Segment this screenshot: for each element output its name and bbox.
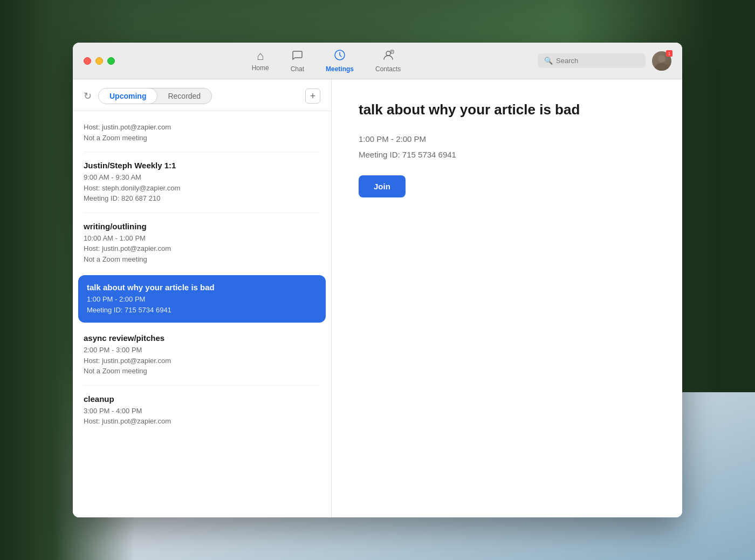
add-meeting-button[interactable]: + (305, 88, 320, 104)
meeting-time: 3:00 PM - 4:00 PM (84, 406, 320, 416)
tab-contacts[interactable]: Contacts (375, 49, 401, 73)
svg-point-1 (386, 51, 390, 56)
maximize-button[interactable] (107, 57, 115, 65)
detail-panel: talk about why your article is bad 1:00 … (332, 79, 682, 517)
list-item[interactable]: writing/outlining 10:00 AM - 1:00 PM Hos… (73, 215, 331, 271)
meeting-time: 2:00 PM - 3:00 PM (84, 345, 320, 356)
search-input[interactable] (556, 57, 639, 65)
meeting-title: talk about why your article is bad (87, 283, 317, 292)
avatar-badge: 1 (666, 50, 672, 57)
meeting-id: Meeting ID: 820 687 210 (84, 193, 320, 204)
list-item[interactable]: Justin/Steph Weekly 1:1 9:00 AM - 9:30 A… (73, 154, 331, 210)
meeting-host: Host: justin.pot@zapier.com (84, 243, 320, 254)
meeting-time: 1:00 PM - 2:00 PM (87, 294, 317, 305)
list-item-selected[interactable]: talk about why your article is bad 1:00 … (78, 275, 326, 323)
meeting-time: 10:00 AM - 1:00 PM (84, 233, 320, 244)
join-button[interactable]: Join (359, 175, 406, 197)
divider (84, 213, 320, 213)
traffic-lights (84, 57, 115, 65)
meeting-host: Host: steph.donily@zapier.com (84, 183, 320, 194)
meeting-type: Not a Zoom meeting (84, 254, 320, 265)
contacts-icon (382, 49, 394, 63)
search-bar[interactable]: 🔍 (538, 53, 646, 68)
refresh-icon[interactable]: ↻ (84, 90, 92, 102)
recorded-tab-button[interactable]: Recorded (157, 88, 211, 104)
meeting-host: Host: justin.pot@zapier.com (84, 416, 320, 427)
close-button[interactable] (84, 57, 91, 65)
svg-text:1: 1 (668, 52, 670, 56)
meeting-type: Not a Zoom meeting (84, 133, 320, 144)
meeting-time: 9:00 AM - 9:30 AM (84, 172, 320, 183)
tab-home[interactable]: ⌂ Home (252, 50, 269, 72)
avatar-container[interactable]: 1 (652, 51, 671, 71)
detail-meeting-id: Meeting ID: 715 5734 6941 (359, 150, 655, 159)
main-content: ↻ Upcoming Recorded + Host: justin.pot@z… (73, 79, 682, 517)
meetings-list: Host: justin.pot@zapier.com Not a Zoom m… (73, 111, 331, 517)
home-icon: ⌂ (257, 50, 264, 62)
app-window: ⌂ Home Chat Meetings (73, 43, 682, 517)
minimize-button[interactable] (95, 57, 103, 65)
nav-tabs: ⌂ Home Chat Meetings (252, 49, 401, 73)
search-icon: 🔍 (544, 57, 553, 65)
meeting-title: cleanup (84, 394, 320, 404)
meeting-host: Host: justin.pot@zapier.com (84, 122, 320, 133)
sidebar: ↻ Upcoming Recorded + Host: justin.pot@z… (73, 79, 332, 517)
tab-contacts-label: Contacts (375, 65, 401, 73)
divider (84, 385, 320, 386)
chat-icon (291, 49, 303, 63)
meeting-title: writing/outlining (84, 222, 320, 231)
tab-meetings-label: Meetings (326, 65, 354, 73)
title-bar: ⌂ Home Chat Meetings (73, 43, 682, 79)
tab-meetings[interactable]: Meetings (326, 49, 354, 73)
meeting-title: Justin/Steph Weekly 1:1 (84, 161, 320, 170)
meeting-title: async review/pitches (84, 333, 320, 343)
list-item[interactable]: cleanup 3:00 PM - 4:00 PM Host: justin.p… (73, 388, 331, 433)
divider (84, 152, 320, 152)
list-item[interactable]: Host: justin.pot@zapier.com Not a Zoom m… (73, 115, 331, 149)
meeting-host: Host: justin.pot@zapier.com (84, 356, 320, 366)
detail-title: talk about why your article is bad (359, 101, 655, 119)
tab-home-label: Home (252, 64, 269, 72)
tab-chat-label: Chat (291, 65, 304, 73)
tab-toggle: Upcoming Recorded (98, 88, 212, 104)
list-item[interactable]: async review/pitches 2:00 PM - 3:00 PM H… (73, 327, 331, 383)
svg-rect-2 (390, 50, 394, 53)
sidebar-header: ↻ Upcoming Recorded + (73, 79, 331, 111)
detail-time: 1:00 PM - 2:00 PM (359, 134, 655, 144)
svg-point-3 (658, 55, 665, 63)
tab-chat[interactable]: Chat (291, 49, 304, 73)
upcoming-tab-button[interactable]: Upcoming (98, 88, 157, 104)
meeting-type: Not a Zoom meeting (84, 366, 320, 377)
meetings-icon (334, 49, 346, 63)
meeting-id: Meeting ID: 715 5734 6941 (87, 305, 317, 316)
